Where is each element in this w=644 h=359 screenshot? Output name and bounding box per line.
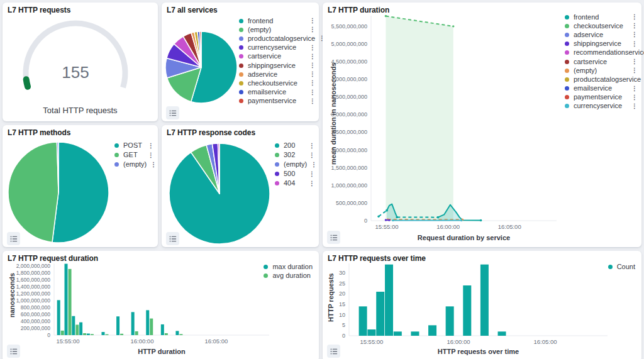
legend-item[interactable]: shippingservice⋮: [239, 61, 316, 70]
legend-item[interactable]: frontend⋮: [565, 13, 638, 21]
svg-text:16:00:00: 16:00:00: [130, 338, 153, 345]
legend-toggle-button[interactable]: [7, 345, 20, 358]
legend-options-icon[interactable]: ⋮: [306, 90, 316, 95]
legend-options-icon[interactable]: ⋮: [306, 27, 316, 32]
legend-options-icon[interactable]: ⋮: [305, 172, 315, 177]
legend-item[interactable]: emailservice⋮: [565, 84, 638, 93]
legend-color-dot: [565, 104, 569, 108]
legend-item[interactable]: (empty)⋮: [565, 66, 638, 75]
legend-label: 302: [284, 152, 305, 158]
legend-options-icon[interactable]: ⋮: [628, 104, 638, 109]
legend-options-icon[interactable]: ⋮: [641, 77, 644, 82]
legend-color-dot: [565, 24, 569, 28]
svg-text:10: 10: [339, 312, 345, 318]
legend-options-icon[interactable]: ⋮: [144, 153, 154, 158]
legend-item[interactable]: currencyservice⋮: [565, 102, 638, 111]
legend-label: frontend: [574, 14, 628, 21]
legend-toggle-button[interactable]: [166, 106, 179, 119]
legend-toggle-button[interactable]: [7, 232, 20, 245]
legend-item[interactable]: paymentservice⋮: [239, 97, 316, 106]
panel-l7-http-requests: L7 HTTP requests 155 Total HTTP requests: [3, 3, 158, 121]
legend-options-icon[interactable]: ⋮: [306, 99, 316, 104]
legend-item[interactable]: Count: [608, 262, 635, 271]
legend-label: Count: [617, 263, 635, 270]
legend-color-dot: [565, 95, 569, 99]
legend-item[interactable]: 200⋮: [275, 141, 315, 150]
legend-options-icon[interactable]: ⋮: [306, 72, 316, 77]
legend-label: adservice: [574, 31, 628, 38]
legend-options-icon[interactable]: ⋮: [315, 36, 325, 41]
legend-label: (empty): [574, 67, 628, 74]
legend-item[interactable]: GET⋮: [114, 150, 154, 160]
legend-item[interactable]: POST⋮: [114, 141, 154, 150]
legend-item[interactable]: 404⋮: [275, 179, 315, 188]
legend-item[interactable]: max duration: [264, 262, 313, 271]
svg-text:1,800,000,000: 1,800,000,000: [16, 270, 51, 276]
legend-item[interactable]: currencyservice⋮: [239, 43, 316, 52]
legend-label: adservice: [248, 71, 306, 78]
legend-toggle-button[interactable]: [327, 231, 340, 244]
legend-label: recommendationservice: [574, 49, 644, 56]
legend-options-icon[interactable]: ⋮: [305, 143, 315, 148]
x-axis-title: HTTP duration: [54, 348, 269, 355]
legend-options-icon[interactable]: ⋮: [628, 41, 638, 47]
legend-label: 200: [284, 142, 305, 149]
legend-item[interactable]: (empty)⋮: [275, 160, 315, 169]
legend-label: POST: [123, 142, 144, 149]
legend-options-icon[interactable]: ⋮: [306, 45, 316, 50]
legend-label: productcatalogservice: [248, 35, 315, 42]
legend-options-icon[interactable]: ⋮: [306, 63, 316, 68]
legend-item[interactable]: adservice⋮: [565, 30, 638, 39]
legend-color-dot: [239, 45, 243, 50]
legend-options-icon[interactable]: ⋮: [628, 95, 638, 100]
legend-options-icon[interactable]: ⋮: [147, 162, 157, 167]
legend-item[interactable]: recommendationservice⋮: [565, 48, 638, 57]
legend-options-icon[interactable]: ⋮: [305, 181, 315, 186]
legend-options-icon[interactable]: ⋮: [307, 162, 317, 167]
legend-options-icon[interactable]: ⋮: [306, 80, 316, 86]
legend-options-icon[interactable]: ⋮: [628, 68, 638, 73]
legend-color-dot: [275, 172, 279, 176]
chart-legend: Count: [608, 262, 635, 271]
legend-toggle-button[interactable]: [166, 232, 179, 245]
list-icon: [169, 235, 177, 243]
svg-text:16:05:00: 16:05:00: [534, 338, 557, 345]
legend-item[interactable]: productcatalogservice⋮: [565, 75, 638, 84]
legend-label: checkoutservice: [574, 23, 628, 30]
legend-options-icon[interactable]: ⋮: [628, 14, 638, 19]
legend-item[interactable]: adservice⋮: [239, 70, 316, 79]
legend-label: paymentservice: [248, 97, 306, 104]
legend-options-icon[interactable]: ⋮: [305, 153, 315, 158]
legend-item[interactable]: cartservice⋮: [239, 52, 316, 61]
legend-item[interactable]: checkoutservice⋮: [239, 79, 316, 87]
legend-options-icon[interactable]: ⋮: [628, 32, 638, 37]
legend-item[interactable]: frontend⋮: [239, 16, 316, 25]
requests-over-time-bar-chart[interactable]: 05101520253015:55:0016:00:0016:05:00: [323, 251, 641, 359]
legend-item[interactable]: emailservice⋮: [239, 88, 316, 97]
legend-options-icon[interactable]: ⋮: [628, 86, 638, 91]
legend-item[interactable]: checkoutservice⋮: [565, 21, 638, 30]
panel-l7-http-request-duration: L7 HTTP request duration 0200,000,000400…: [3, 251, 319, 359]
legend-options-icon[interactable]: ⋮: [628, 59, 638, 64]
legend-options-icon[interactable]: ⋮: [306, 54, 316, 59]
legend-label: shippingservice: [574, 40, 628, 47]
legend-item[interactable]: (empty)⋮: [114, 160, 154, 169]
legend-label: (empty): [123, 161, 147, 168]
list-icon: [330, 234, 338, 241]
legend-color-dot: [239, 36, 243, 41]
legend-item[interactable]: shippingservice⋮: [565, 40, 638, 48]
legend-item[interactable]: 500⋮: [275, 169, 315, 179]
legend-options-icon[interactable]: ⋮: [306, 18, 316, 23]
legend-item[interactable]: productcatalogservice⋮: [239, 34, 316, 43]
legend-label: productcatalogservice: [574, 76, 641, 83]
legend-item[interactable]: avg duration: [264, 271, 313, 280]
legend-item[interactable]: (empty)⋮: [239, 25, 316, 34]
legend-item[interactable]: 302⋮: [275, 150, 315, 160]
legend-item[interactable]: paymentservice⋮: [565, 93, 638, 102]
svg-text:500,000,000: 500,000,000: [336, 200, 367, 206]
legend-options-icon[interactable]: ⋮: [144, 143, 154, 148]
legend-label: emailservice: [574, 85, 628, 92]
legend-toggle-button[interactable]: [327, 345, 340, 358]
legend-options-icon[interactable]: ⋮: [628, 23, 638, 28]
legend-item[interactable]: cartservice⋮: [565, 57, 638, 66]
